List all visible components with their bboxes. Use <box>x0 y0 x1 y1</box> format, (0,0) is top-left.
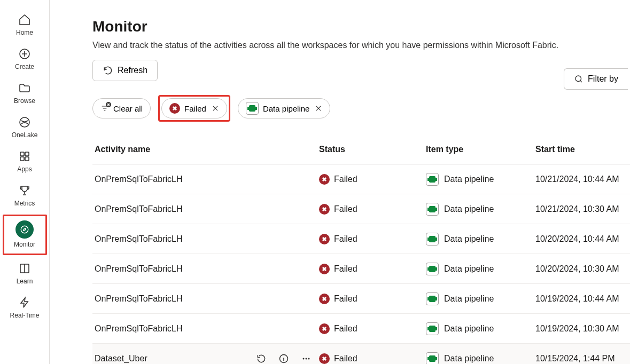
col-start-time[interactable]: Start time <box>535 145 630 154</box>
cell-status: Failed <box>319 323 426 334</box>
activity-name[interactable]: OnPremSqlToFabricLH <box>95 264 183 274</box>
main-content: Monitor View and track the status of the… <box>50 0 630 364</box>
cell-item-type: Data pipeline <box>426 322 535 335</box>
more-icon[interactable] <box>301 353 312 364</box>
status-text: Failed <box>334 324 357 334</box>
filter-by-button[interactable]: Filter by <box>564 68 628 90</box>
cell-activity-name: OnPremSqlToFabricLH <box>95 294 319 304</box>
table-row[interactable]: OnPremSqlToFabricLHFailedData pipeline10… <box>92 164 630 194</box>
failed-status-icon <box>319 264 330 274</box>
cell-item-type: Data pipeline <box>426 233 535 246</box>
nav-metrics-label: Metrics <box>14 200 35 207</box>
refresh-button[interactable]: Refresh <box>92 60 158 81</box>
nav-onelake-label: OneLake <box>12 131 38 139</box>
nav-monitor-label: Monitor <box>14 241 35 248</box>
nav-learn-label: Learn <box>17 278 33 285</box>
toolbar: Refresh Filter by <box>92 60 630 81</box>
cell-activity-name: Dataset_Uber <box>95 353 319 364</box>
pipeline-icon <box>426 233 439 246</box>
cell-start-time: 10/15/2024, 1:44 PM <box>535 354 630 363</box>
failed-status-icon <box>319 294 330 304</box>
nav-browse[interactable]: Browse <box>4 78 45 109</box>
pipeline-icon <box>426 203 439 216</box>
cell-status: Failed <box>319 204 426 215</box>
col-item-type[interactable]: Item type <box>426 145 535 154</box>
info-icon[interactable] <box>278 353 289 364</box>
activity-name[interactable]: Dataset_Uber <box>95 354 147 363</box>
activity-name[interactable]: OnPremSqlToFabricLH <box>95 234 183 244</box>
nav-apps[interactable]: Apps <box>4 146 45 177</box>
filter-failed-label: Failed <box>184 104 206 113</box>
table-row[interactable]: OnPremSqlToFabricLHFailedData pipeline10… <box>92 254 630 284</box>
table-row[interactable]: OnPremSqlToFabricLHFailedData pipeline10… <box>92 314 630 344</box>
cell-start-time: 10/20/2024, 10:44 AM <box>535 234 630 244</box>
rerun-icon[interactable] <box>256 353 267 364</box>
item-type-text: Data pipeline <box>444 354 494 363</box>
cell-status: Failed <box>319 294 426 304</box>
nav-onelake[interactable]: OneLake <box>4 112 45 143</box>
activity-name[interactable]: OnPremSqlToFabricLH <box>95 324 183 334</box>
filter-clear-icon <box>100 104 109 113</box>
svg-point-12 <box>308 358 310 359</box>
svg-point-11 <box>306 358 307 359</box>
filter-pill-data-pipeline[interactable]: Data pipeline <box>238 98 331 118</box>
nav-learn[interactable]: Learn <box>4 258 45 289</box>
table-header: Activity name Status Item type Start tim… <box>92 134 630 164</box>
svg-point-6 <box>21 226 28 233</box>
table-row[interactable]: OnPremSqlToFabricLHFailedData pipeline10… <box>92 224 630 254</box>
svg-rect-5 <box>25 157 29 161</box>
left-nav: Home Create Browse OneLake Apps <box>0 0 50 364</box>
close-icon <box>212 105 219 112</box>
failed-status-icon <box>319 323 330 334</box>
item-type-text: Data pipeline <box>444 294 494 304</box>
nav-create-label: Create <box>15 63 34 70</box>
cell-status: Failed <box>319 174 426 185</box>
nav-create[interactable]: Create <box>4 44 45 75</box>
clear-all-pill[interactable]: Clear all <box>92 98 151 118</box>
item-type-text: Data pipeline <box>444 204 494 214</box>
svg-point-10 <box>303 358 305 359</box>
failed-status-icon <box>169 103 180 114</box>
col-activity-name[interactable]: Activity name <box>95 145 319 154</box>
nav-metrics[interactable]: Metrics <box>4 180 45 211</box>
cell-activity-name: OnPremSqlToFabricLH <box>95 324 319 334</box>
status-text: Failed <box>334 354 357 363</box>
status-text: Failed <box>334 264 357 274</box>
nav-realtime[interactable]: Real-Time <box>4 292 45 323</box>
status-text: Failed <box>334 234 357 244</box>
col-status[interactable]: Status <box>319 145 426 154</box>
trophy-icon <box>18 184 32 197</box>
cell-start-time: 10/21/2024, 10:44 AM <box>535 175 630 184</box>
table-row[interactable]: Dataset_UberFailedData pipeline10/15/202… <box>92 344 630 364</box>
pipeline-icon <box>426 292 439 305</box>
nav-home[interactable]: Home <box>4 10 45 41</box>
svg-rect-4 <box>20 157 24 161</box>
activity-name[interactable]: OnPremSqlToFabricLH <box>95 294 183 304</box>
compass-icon <box>15 220 34 239</box>
cell-start-time: 10/20/2024, 10:30 AM <box>535 264 630 274</box>
nav-monitor[interactable]: Monitor <box>4 217 45 252</box>
cell-status: Failed <box>319 353 426 364</box>
highlight-failed-pill: Failed <box>158 95 230 122</box>
svg-rect-3 <box>25 152 29 156</box>
nav-home-label: Home <box>16 29 33 36</box>
status-text: Failed <box>334 175 357 184</box>
activity-name[interactable]: OnPremSqlToFabricLH <box>95 175 183 184</box>
filter-pipeline-label: Data pipeline <box>263 104 310 113</box>
svg-rect-2 <box>20 152 24 156</box>
filter-pill-failed[interactable]: Failed <box>161 98 227 118</box>
search-icon <box>574 74 584 84</box>
failed-status-icon <box>319 234 330 244</box>
cell-status: Failed <box>319 234 426 244</box>
cell-activity-name: OnPremSqlToFabricLH <box>95 204 319 214</box>
item-type-text: Data pipeline <box>444 175 494 184</box>
table-row[interactable]: OnPremSqlToFabricLHFailedData pipeline10… <box>92 194 630 224</box>
filter-by-label: Filter by <box>588 74 618 84</box>
cell-start-time: 10/19/2024, 10:44 AM <box>535 294 630 304</box>
failed-status-icon <box>319 353 330 364</box>
cell-item-type: Data pipeline <box>426 292 535 305</box>
folder-icon <box>18 81 32 95</box>
item-type-text: Data pipeline <box>444 264 494 274</box>
table-row[interactable]: OnPremSqlToFabricLHFailedData pipeline10… <box>92 284 630 314</box>
activity-name[interactable]: OnPremSqlToFabricLH <box>95 204 183 214</box>
